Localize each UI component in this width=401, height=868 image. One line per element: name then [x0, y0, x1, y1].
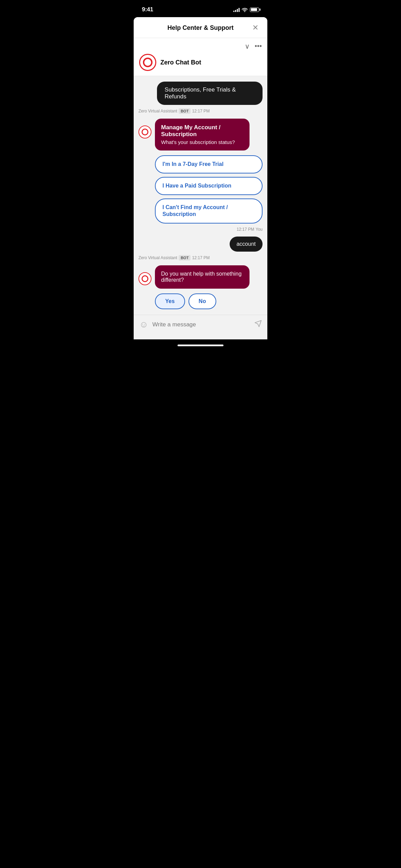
bot-tag-2: BOT [179, 255, 191, 261]
chat-area: Subscriptions, Free Trials & Refunds Zer… [134, 76, 267, 315]
bot-name: Zero Chat Bot [160, 59, 201, 66]
user-message-account: account [138, 237, 263, 252]
bot-time-2: 12:17 PM [192, 255, 209, 260]
bot-tag-1: BOT [179, 108, 191, 114]
user-time: 12:17 PM [236, 227, 254, 232]
bot-bubble-subtitle: What's your subscription status? [161, 139, 243, 145]
bot-avatar-msg-2 [138, 272, 151, 285]
user-bubble-subscriptions: Subscriptions, Free Trials & Refunds [157, 82, 263, 105]
app-container: Help Center & Support ✕ ∨ ••• Zero Chat … [134, 17, 267, 339]
status-bar: 9:41 [134, 0, 267, 17]
option-free-trial[interactable]: I'm In a 7-Day Free Trial [155, 155, 263, 173]
svg-point-0 [244, 11, 245, 12]
header-title: Help Center & Support [151, 24, 250, 32]
user-message-first: Subscriptions, Free Trials & Refunds [138, 82, 263, 105]
wifi-icon [242, 8, 248, 12]
collapse-button[interactable]: ∨ [245, 42, 250, 50]
close-button[interactable]: ✕ [250, 23, 260, 32]
message-input[interactable] [153, 321, 250, 328]
option-buttons: I'm In a 7-Day Free Trial I Have a Paid … [138, 155, 263, 224]
bot-message-1: Manage My Account / Subscription What's … [138, 119, 263, 150]
bot-sender-1: Zero Virtual Assistant [138, 109, 177, 113]
bot-identity: Zero Chat Bot [139, 54, 262, 71]
bot-message-2: Do you want help with something differen… [138, 265, 263, 289]
status-icons [233, 7, 259, 12]
home-bar [178, 345, 223, 346]
bot-bubble-1: Manage My Account / Subscription What's … [155, 119, 250, 150]
bot-bubble-title: Manage My Account / Subscription [161, 124, 243, 138]
yes-no-options: Yes No [138, 293, 263, 309]
user-meta-1: 12:17 PM You [138, 227, 263, 232]
option-paid-subscription[interactable]: I Have a Paid Subscription [155, 177, 263, 195]
option-cant-find-account[interactable]: I Can't Find my Account / Subscription [155, 198, 263, 224]
signal-icon [233, 7, 240, 12]
status-time: 9:41 [142, 6, 153, 13]
bot-bubble-2: Do you want help with something differen… [155, 265, 250, 289]
svg-marker-1 [255, 321, 261, 327]
bot-content-1: Manage My Account / Subscription What's … [155, 119, 263, 150]
battery-icon [250, 8, 259, 12]
option-no[interactable]: No [189, 293, 216, 309]
bot-avatar-inner [143, 58, 153, 67]
user-sender: You [256, 227, 263, 232]
bot-meta-1: Zero Virtual Assistant BOT 12:17 PM [138, 108, 263, 114]
bot-content-2: Do you want help with something differen… [155, 265, 263, 289]
header: Help Center & Support ✕ [134, 17, 267, 38]
input-bar: ☺ [134, 315, 267, 339]
bot-avatar [139, 54, 156, 71]
more-options-button[interactable]: ••• [255, 42, 262, 50]
chat-header: ∨ ••• Zero Chat Bot [134, 38, 267, 76]
emoji-button[interactable]: ☺ [139, 319, 148, 330]
home-indicator [134, 339, 267, 351]
bot-sender-2: Zero Virtual Assistant [138, 255, 177, 260]
send-button[interactable] [254, 320, 262, 329]
bot-meta-2: Zero Virtual Assistant BOT 12:17 PM [138, 255, 263, 261]
bot-avatar-msg [138, 125, 151, 138]
user-bubble-account: account [230, 237, 263, 252]
bot-time-1: 12:17 PM [192, 109, 209, 113]
option-yes[interactable]: Yes [155, 293, 185, 309]
chat-controls: ∨ ••• [139, 42, 262, 50]
